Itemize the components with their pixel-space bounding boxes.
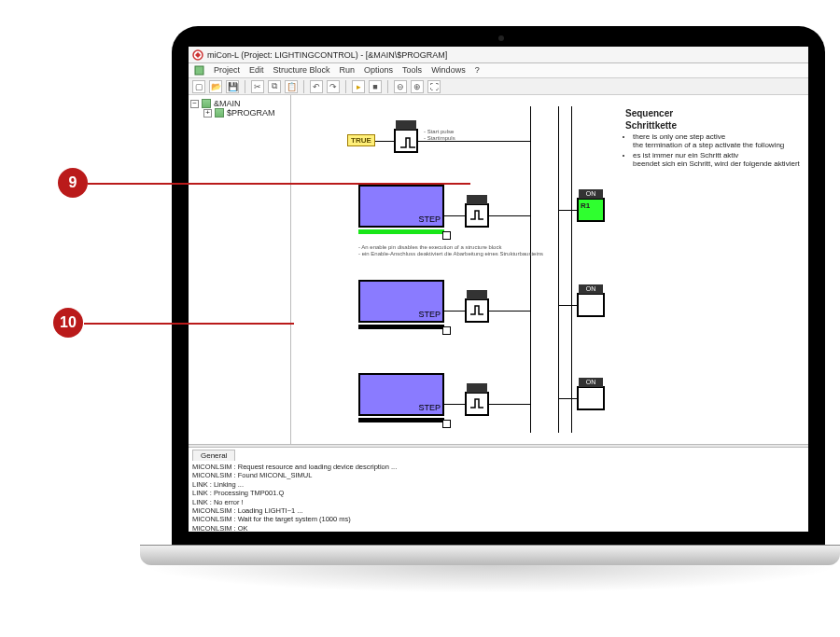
menu-windows[interactable]: Windows (431, 65, 466, 76)
wire (489, 404, 530, 405)
tool-redo-icon[interactable]: ↷ (327, 80, 340, 93)
doc-text: beendet sich ein Schritt, wird der folge… (633, 159, 800, 168)
transition-block-3[interactable] (465, 392, 489, 416)
menu-tools[interactable]: Tools (402, 65, 422, 76)
tree-child-label: $PROGRAM (227, 108, 275, 118)
expand-icon[interactable]: + (203, 109, 212, 118)
wire (489, 311, 530, 312)
menu-project[interactable]: Project (214, 65, 240, 76)
step-block-3[interactable]: STEP (358, 373, 444, 416)
block-icon (202, 99, 211, 108)
wire (418, 141, 530, 142)
wire (375, 141, 394, 142)
doc-title-de: Schrittkette (625, 120, 805, 131)
callout-line-10 (84, 323, 294, 325)
menu-icon (194, 65, 204, 76)
tool-fit-icon[interactable]: ⛶ (427, 80, 441, 93)
tool-stop-icon[interactable]: ■ (369, 80, 382, 93)
toolbar-sep (245, 80, 245, 93)
tool-undo-icon[interactable]: ↶ (310, 80, 323, 93)
block-header: ON (579, 378, 603, 387)
wire (558, 106, 559, 433)
start-pulse-caption: - Start pulse - Startimpuls (424, 129, 489, 141)
step-block-1[interactable]: STEP (358, 185, 444, 228)
step-label: STEP (418, 403, 441, 412)
menu-options[interactable]: Options (364, 65, 393, 76)
app-window: miCon-L (Project: LIGHTINGCONTROL) - [&M… (189, 47, 808, 532)
diagram-canvas[interactable]: TRUE - Start pulse - Startimpuls STEP (291, 95, 808, 444)
tool-save-icon[interactable]: 💾 (226, 80, 239, 93)
block-header (396, 120, 416, 130)
menu-run[interactable]: Run (340, 65, 356, 76)
step-port[interactable] (442, 231, 451, 240)
tool-open-icon[interactable]: 📂 (209, 80, 222, 93)
menubar: Project Edit Structure Block Run Options… (189, 63, 808, 78)
toolbar: ▢ 📂 💾 ✂ ⧉ 📋 ↶ ↷ ▸ ■ ⊖ ⊕ ⛶ (189, 78, 808, 95)
wire (558, 305, 577, 306)
action-block-1[interactable]: ON R1 (577, 198, 605, 222)
callout-badge-9: 9 (58, 168, 88, 198)
tool-paste-icon[interactable]: 📋 (285, 80, 298, 93)
callout-number: 9 (69, 174, 77, 191)
block-header: ON (579, 284, 603, 294)
workspace: − &MAIN + $PROGRAM TRUE (189, 95, 808, 444)
output-console: General MICONLSIM : Request resource and… (189, 448, 808, 532)
action-label: R1 (581, 201, 590, 210)
wire (489, 215, 530, 216)
step-port[interactable] (442, 420, 451, 428)
laptop-shadow (140, 565, 840, 593)
wire (444, 404, 465, 405)
camera-dot (498, 35, 504, 41)
menu-structure-block[interactable]: Structure Block (273, 65, 330, 76)
tool-zoomin-icon[interactable]: ⊕ (411, 80, 424, 93)
step-label: STEP (418, 215, 441, 224)
true-constant[interactable]: TRUE (347, 134, 375, 146)
tool-new-icon[interactable]: ▢ (192, 80, 205, 93)
menu-help[interactable]: ? (475, 65, 480, 76)
tool-cut-icon[interactable]: ✂ (251, 80, 264, 93)
doc-bullet: es ist immer nur ein Schritt aktiv beend… (633, 151, 805, 168)
console-line: MICONLSIM : Loading LIGHTI~1 ... (192, 506, 805, 515)
wire (444, 311, 465, 312)
tool-zoomout-icon[interactable]: ⊖ (394, 80, 407, 93)
transition-block-1[interactable] (465, 203, 489, 228)
console-line: MICONLSIM : Wait for the target system (… (192, 515, 805, 523)
project-tree[interactable]: − &MAIN + $PROGRAM (189, 95, 291, 444)
menu-edit[interactable]: Edit (249, 65, 264, 76)
titlebar: miCon-L (Project: LIGHTINGCONTROL) - [&M… (189, 47, 808, 63)
block-header (467, 195, 487, 204)
tree-root-label: &MAIN (214, 99, 241, 108)
start-pulse-block[interactable] (394, 129, 418, 153)
wire (558, 398, 577, 399)
wire (571, 106, 572, 433)
doc-pane: Sequencer Schrittkette there is only one… (622, 104, 808, 173)
tool-copy-icon[interactable]: ⧉ (268, 80, 281, 93)
console-line: LINK : Linking ... (192, 480, 805, 489)
transition-block-2[interactable] (465, 298, 489, 323)
console-line: MICONLSIM : Request resource and loading… (192, 463, 805, 471)
tool-run-icon[interactable]: ▸ (352, 80, 365, 93)
step-port[interactable] (442, 326, 451, 335)
laptop-base (140, 545, 840, 565)
step-enable-bar (358, 418, 444, 422)
doc-text: there is only one step active (633, 132, 725, 141)
doc-bullet: there is only one step active the termin… (633, 132, 805, 149)
tree-child[interactable]: + $PROGRAM (190, 108, 288, 118)
toolbar-sep (387, 80, 388, 93)
step-note: - An enable pin disables the execution o… (358, 244, 564, 256)
step-label: STEP (418, 310, 441, 319)
step-enable-bar (358, 325, 444, 329)
action-block-3[interactable]: ON (577, 386, 605, 410)
callout-line-9 (88, 183, 470, 185)
console-line: MICONLSIM : Found MICONL_SIMUL (192, 471, 805, 479)
console-tab-general[interactable]: General (192, 450, 235, 461)
toolbar-sep (345, 80, 346, 93)
wire (530, 106, 531, 433)
svg-rect-1 (195, 66, 203, 75)
action-block-2[interactable]: ON (577, 293, 605, 317)
tree-root[interactable]: − &MAIN (190, 99, 288, 108)
wire (558, 210, 577, 211)
expand-icon[interactable]: − (190, 100, 199, 108)
step-block-2[interactable]: STEP (358, 280, 444, 323)
doc-text: the termination of a step activate the f… (633, 141, 784, 149)
